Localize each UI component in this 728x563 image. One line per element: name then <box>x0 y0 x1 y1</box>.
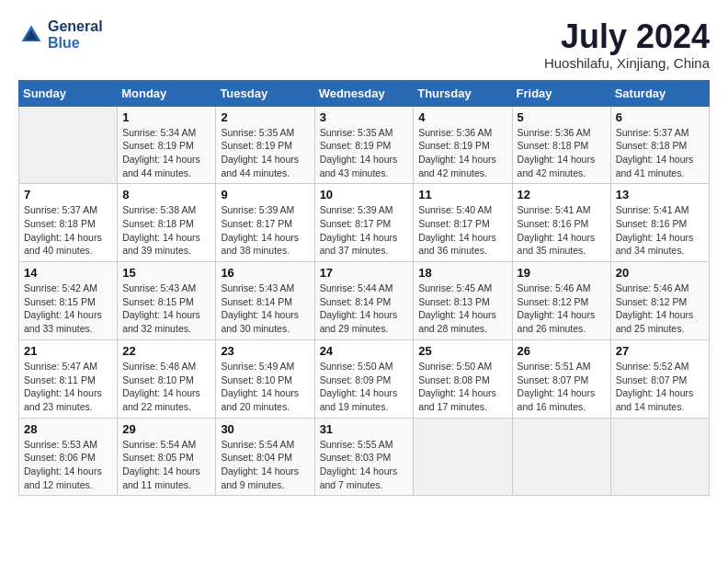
calendar-cell: 10Sunrise: 5:39 AM Sunset: 8:17 PM Dayli… <box>314 184 414 262</box>
weekday-header-cell: Friday <box>512 80 610 106</box>
day-info: Sunrise: 5:35 AM Sunset: 8:19 PM Dayligh… <box>221 126 309 180</box>
day-number: 24 <box>320 344 409 358</box>
calendar-cell: 20Sunrise: 5:46 AM Sunset: 8:12 PM Dayli… <box>610 262 709 340</box>
day-number: 7 <box>24 188 112 201</box>
page-header: General Blue July 2024 Huoshilafu, Xinji… <box>18 18 710 71</box>
weekday-header-row: SundayMondayTuesdayWednesdayThursdayFrid… <box>19 80 710 106</box>
day-info: Sunrise: 5:35 AM Sunset: 8:19 PM Dayligh… <box>320 126 409 180</box>
calendar-cell: 25Sunrise: 5:50 AM Sunset: 8:08 PM Dayli… <box>414 339 512 418</box>
day-number: 13 <box>616 188 704 201</box>
location: Huoshilafu, Xinjiang, China <box>544 55 710 71</box>
calendar-week-row: 7Sunrise: 5:37 AM Sunset: 8:18 PM Daylig… <box>19 184 710 262</box>
calendar-week-row: 21Sunrise: 5:47 AM Sunset: 8:11 PM Dayli… <box>19 339 710 418</box>
day-info: Sunrise: 5:37 AM Sunset: 8:18 PM Dayligh… <box>24 203 112 258</box>
calendar-cell: 3Sunrise: 5:35 AM Sunset: 8:19 PM Daylig… <box>314 106 414 184</box>
weekday-header-cell: Tuesday <box>216 80 314 106</box>
day-number: 30 <box>221 422 309 436</box>
day-info: Sunrise: 5:47 AM Sunset: 8:11 PM Dayligh… <box>24 360 112 414</box>
weekday-header-cell: Sunday <box>19 80 118 106</box>
day-info: Sunrise: 5:36 AM Sunset: 8:18 PM Dayligh… <box>518 126 606 180</box>
day-number: 16 <box>221 266 309 280</box>
day-info: Sunrise: 5:37 AM Sunset: 8:18 PM Dayligh… <box>616 126 704 180</box>
calendar-cell: 15Sunrise: 5:43 AM Sunset: 8:15 PM Dayli… <box>118 262 216 340</box>
day-info: Sunrise: 5:49 AM Sunset: 8:10 PM Dayligh… <box>221 360 309 414</box>
day-number: 31 <box>320 422 409 436</box>
day-number: 2 <box>221 110 309 124</box>
calendar-cell: 29Sunrise: 5:54 AM Sunset: 8:05 PM Dayli… <box>118 418 216 496</box>
day-info: Sunrise: 5:39 AM Sunset: 8:17 PM Dayligh… <box>221 203 309 258</box>
day-info: Sunrise: 5:50 AM Sunset: 8:08 PM Dayligh… <box>418 360 506 414</box>
day-number: 22 <box>122 344 210 358</box>
calendar-cell: 30Sunrise: 5:54 AM Sunset: 8:04 PM Dayli… <box>216 418 314 496</box>
day-info: Sunrise: 5:38 AM Sunset: 8:18 PM Dayligh… <box>122 203 210 258</box>
day-number: 20 <box>616 266 704 280</box>
day-number: 9 <box>221 188 309 201</box>
calendar-week-row: 28Sunrise: 5:53 AM Sunset: 8:06 PM Dayli… <box>19 418 710 496</box>
calendar-body: 1Sunrise: 5:34 AM Sunset: 8:19 PM Daylig… <box>19 106 710 496</box>
day-number: 5 <box>518 110 606 124</box>
day-info: Sunrise: 5:43 AM Sunset: 8:15 PM Dayligh… <box>122 282 210 336</box>
day-number: 11 <box>418 188 506 201</box>
day-info: Sunrise: 5:41 AM Sunset: 8:16 PM Dayligh… <box>616 203 704 258</box>
logo-text: General Blue <box>48 18 103 52</box>
calendar-week-row: 1Sunrise: 5:34 AM Sunset: 8:19 PM Daylig… <box>19 106 710 184</box>
logo-icon <box>18 22 44 48</box>
day-number: 14 <box>24 266 112 280</box>
day-info: Sunrise: 5:42 AM Sunset: 8:15 PM Dayligh… <box>24 282 112 336</box>
day-number: 27 <box>616 344 704 358</box>
day-info: Sunrise: 5:54 AM Sunset: 8:05 PM Dayligh… <box>122 438 210 492</box>
calendar-cell: 9Sunrise: 5:39 AM Sunset: 8:17 PM Daylig… <box>216 184 314 262</box>
calendar-cell: 17Sunrise: 5:44 AM Sunset: 8:14 PM Dayli… <box>314 262 414 340</box>
day-number: 8 <box>122 188 210 201</box>
day-info: Sunrise: 5:54 AM Sunset: 8:04 PM Dayligh… <box>221 438 309 492</box>
day-number: 4 <box>418 110 506 124</box>
calendar-cell <box>19 106 118 184</box>
day-number: 26 <box>518 344 606 358</box>
calendar-cell: 6Sunrise: 5:37 AM Sunset: 8:18 PM Daylig… <box>610 106 709 184</box>
calendar-cell: 28Sunrise: 5:53 AM Sunset: 8:06 PM Dayli… <box>19 418 118 496</box>
calendar-cell: 1Sunrise: 5:34 AM Sunset: 8:19 PM Daylig… <box>118 106 216 184</box>
day-number: 6 <box>616 110 704 124</box>
calendar-cell: 2Sunrise: 5:35 AM Sunset: 8:19 PM Daylig… <box>216 106 314 184</box>
day-number: 17 <box>320 266 409 280</box>
calendar-cell: 12Sunrise: 5:41 AM Sunset: 8:16 PM Dayli… <box>512 184 610 262</box>
day-number: 25 <box>418 344 506 358</box>
day-number: 10 <box>320 188 409 201</box>
weekday-header-cell: Saturday <box>610 80 709 106</box>
day-info: Sunrise: 5:53 AM Sunset: 8:06 PM Dayligh… <box>24 438 112 492</box>
day-info: Sunrise: 5:51 AM Sunset: 8:07 PM Dayligh… <box>518 360 606 414</box>
title-block: July 2024 Huoshilafu, Xinjiang, China <box>544 18 710 71</box>
logo: General Blue <box>18 18 103 52</box>
day-number: 21 <box>24 344 112 358</box>
calendar-cell: 5Sunrise: 5:36 AM Sunset: 8:18 PM Daylig… <box>512 106 610 184</box>
calendar-cell: 21Sunrise: 5:47 AM Sunset: 8:11 PM Dayli… <box>19 339 118 418</box>
calendar-cell: 7Sunrise: 5:37 AM Sunset: 8:18 PM Daylig… <box>19 184 118 262</box>
calendar-table: SundayMondayTuesdayWednesdayThursdayFrid… <box>18 80 710 497</box>
calendar-cell: 8Sunrise: 5:38 AM Sunset: 8:18 PM Daylig… <box>118 184 216 262</box>
day-info: Sunrise: 5:36 AM Sunset: 8:19 PM Dayligh… <box>418 126 506 180</box>
day-info: Sunrise: 5:52 AM Sunset: 8:07 PM Dayligh… <box>616 360 704 414</box>
day-info: Sunrise: 5:50 AM Sunset: 8:09 PM Dayligh… <box>320 360 409 414</box>
day-number: 3 <box>320 110 409 124</box>
day-info: Sunrise: 5:44 AM Sunset: 8:14 PM Dayligh… <box>320 282 409 336</box>
calendar-cell: 19Sunrise: 5:46 AM Sunset: 8:12 PM Dayli… <box>512 262 610 340</box>
day-info: Sunrise: 5:55 AM Sunset: 8:03 PM Dayligh… <box>320 438 409 492</box>
weekday-header-cell: Wednesday <box>314 80 414 106</box>
day-number: 15 <box>122 266 210 280</box>
day-info: Sunrise: 5:34 AM Sunset: 8:19 PM Dayligh… <box>122 126 210 180</box>
day-info: Sunrise: 5:45 AM Sunset: 8:13 PM Dayligh… <box>418 282 506 336</box>
calendar-cell: 18Sunrise: 5:45 AM Sunset: 8:13 PM Dayli… <box>414 262 512 340</box>
day-number: 19 <box>518 266 606 280</box>
day-number: 23 <box>221 344 309 358</box>
weekday-header-cell: Monday <box>118 80 216 106</box>
day-number: 29 <box>122 422 210 436</box>
calendar-cell: 14Sunrise: 5:42 AM Sunset: 8:15 PM Dayli… <box>19 262 118 340</box>
calendar-week-row: 14Sunrise: 5:42 AM Sunset: 8:15 PM Dayli… <box>19 262 710 340</box>
calendar-cell: 27Sunrise: 5:52 AM Sunset: 8:07 PM Dayli… <box>610 339 709 418</box>
calendar-cell: 4Sunrise: 5:36 AM Sunset: 8:19 PM Daylig… <box>414 106 512 184</box>
day-info: Sunrise: 5:40 AM Sunset: 8:17 PM Dayligh… <box>418 203 506 258</box>
calendar-cell: 26Sunrise: 5:51 AM Sunset: 8:07 PM Dayli… <box>512 339 610 418</box>
day-info: Sunrise: 5:46 AM Sunset: 8:12 PM Dayligh… <box>616 282 704 336</box>
day-number: 18 <box>418 266 506 280</box>
day-info: Sunrise: 5:46 AM Sunset: 8:12 PM Dayligh… <box>518 282 606 336</box>
